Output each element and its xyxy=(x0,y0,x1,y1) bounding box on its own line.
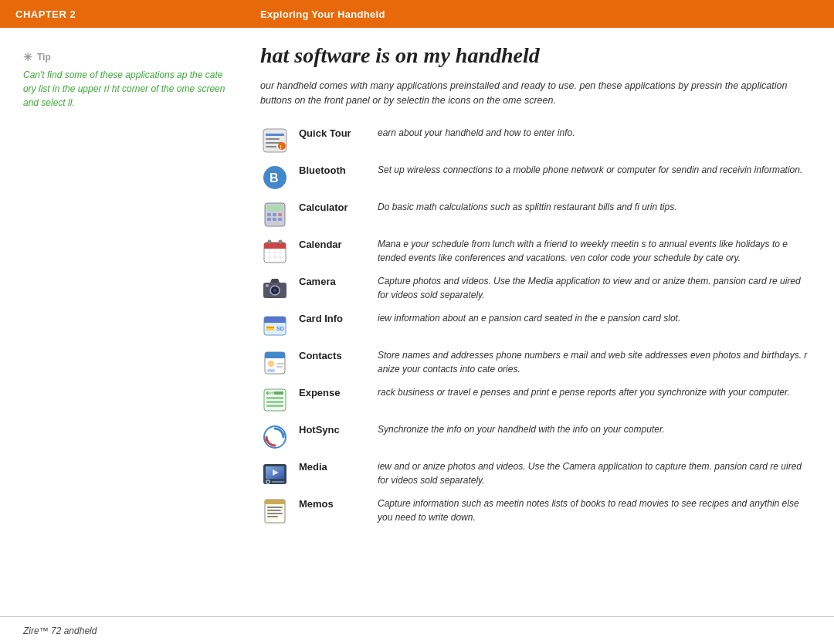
svg-rect-67 xyxy=(267,513,283,514)
app-item-memos: Memos Capture information such as meetin… xyxy=(260,497,811,526)
svg-rect-45 xyxy=(276,366,283,368)
app-item-contacts: Contacts Store names and addresses phone… xyxy=(260,348,811,378)
app-item-quicktour: ! Quick Tour earn about your handheld an… xyxy=(260,126,811,155)
page-title: hat software is on my handheld xyxy=(260,43,811,68)
svg-rect-43 xyxy=(267,369,275,372)
svg-text:B: B xyxy=(270,171,279,185)
app-item-hotsync: HotSync Synchronize the info on your han… xyxy=(260,422,811,452)
cardinfo-icon: SD xyxy=(260,311,290,341)
chapter-title: Exploring Your Handheld xyxy=(260,8,385,20)
svg-text:SD: SD xyxy=(276,326,284,331)
tip-header: ✳ Tip xyxy=(23,51,229,63)
app-item-cardinfo: SD Card Info iew information about an e … xyxy=(260,311,811,341)
app-desc-quicktour: earn about your handheld and how to ente… xyxy=(378,126,811,140)
svg-rect-44 xyxy=(276,363,284,364)
tip-body: Can't find some of these applications ap… xyxy=(23,68,229,110)
svg-rect-37 xyxy=(266,327,274,328)
app-desc-media: iew and or anize photos and videos. Use … xyxy=(378,459,811,487)
sidebar: ✳ Tip Can't find some of these applicati… xyxy=(0,43,245,616)
svg-text:$$$: $$$ xyxy=(268,391,275,395)
page-header: CHAPTER 2 Exploring Your Handheld xyxy=(0,0,834,28)
svg-point-25 xyxy=(268,239,272,243)
content-area: ✳ Tip Can't find some of these applicati… xyxy=(0,28,834,616)
svg-rect-35 xyxy=(264,320,286,323)
bluetooth-icon: B xyxy=(260,163,290,192)
quicktour-icon: ! xyxy=(260,126,290,155)
app-name-hotsync: HotSync xyxy=(299,422,368,436)
svg-point-42 xyxy=(268,361,274,367)
hotsync-icon xyxy=(260,422,290,452)
svg-text:!: ! xyxy=(280,144,282,149)
app-name-bluetooth: Bluetooth xyxy=(299,163,368,177)
app-desc-calendar: Mana e your schedule from lunch with a f… xyxy=(378,237,811,265)
app-name-expense: Expense xyxy=(299,385,368,399)
tip-label-text: Tip xyxy=(37,52,51,63)
svg-rect-65 xyxy=(267,507,283,508)
app-item-calculator: Calculator Do basic math calculations su… xyxy=(260,200,811,229)
svg-rect-2 xyxy=(266,138,280,140)
svg-rect-68 xyxy=(267,516,278,517)
calendar-icon xyxy=(260,237,290,266)
calculator-icon xyxy=(260,200,290,229)
app-desc-expense: rack business or travel e penses and pri… xyxy=(378,385,811,399)
intro-paragraph: our handheld comes with many application… xyxy=(260,79,811,109)
media-icon xyxy=(260,459,290,489)
svg-rect-50 xyxy=(266,405,283,407)
footer-text: Zire™ 72 andheld xyxy=(23,625,97,636)
svg-rect-16 xyxy=(278,218,282,221)
svg-point-5 xyxy=(278,142,286,150)
svg-rect-19 xyxy=(264,246,286,249)
app-item-calendar: Calendar Mana e your schedule from lunch… xyxy=(260,237,811,266)
svg-rect-66 xyxy=(267,510,281,511)
svg-point-32 xyxy=(266,284,269,287)
app-name-quicktour: Quick Tour xyxy=(299,126,368,140)
svg-rect-12 xyxy=(273,213,276,216)
app-desc-calculator: Do basic math calculations such as split… xyxy=(378,200,811,214)
tip-star-icon: ✳ xyxy=(23,51,32,63)
svg-point-60 xyxy=(267,480,270,483)
app-list: ! Quick Tour earn about your handheld an… xyxy=(260,126,811,526)
svg-point-31 xyxy=(273,288,277,292)
app-desc-cardinfo: iew information about an e pansion card … xyxy=(378,311,811,325)
chapter-label: CHAPTER 2 xyxy=(15,8,260,20)
svg-rect-15 xyxy=(273,218,276,221)
expense-icon: $$$ xyxy=(260,385,290,415)
app-name-calendar: Calendar xyxy=(299,237,368,251)
app-desc-contacts: Store names and addresses phone numbers … xyxy=(378,348,811,376)
svg-marker-28 xyxy=(270,279,280,283)
app-name-cardinfo: Card Info xyxy=(299,311,368,325)
page-footer: Zire™ 72 andheld xyxy=(0,616,834,644)
app-item-expense: $$$ Expense rack business or travel e pe… xyxy=(260,385,811,415)
svg-rect-14 xyxy=(267,218,271,221)
svg-point-26 xyxy=(279,239,283,243)
contacts-icon xyxy=(260,348,290,378)
svg-rect-41 xyxy=(265,356,285,358)
app-item-bluetooth: B Bluetooth Set up wireless connections … xyxy=(260,163,811,192)
app-desc-hotsync: Synchronize the info on your handheld wi… xyxy=(378,422,811,436)
svg-rect-3 xyxy=(266,142,281,144)
svg-rect-11 xyxy=(267,213,271,216)
svg-rect-61 xyxy=(272,481,284,483)
svg-rect-10 xyxy=(267,205,283,211)
app-name-media: Media xyxy=(299,459,368,473)
camera-icon xyxy=(260,274,290,303)
app-name-camera: Camera xyxy=(299,274,368,288)
app-desc-camera: Capture photos and videos. Use the Media… xyxy=(378,274,811,302)
svg-rect-4 xyxy=(266,146,276,147)
main-content: hat software is on my handheld our handh… xyxy=(245,43,834,616)
svg-rect-49 xyxy=(266,401,283,403)
app-name-memos: Memos xyxy=(299,497,368,510)
app-item-camera: Camera Capture photos and videos. Use th… xyxy=(260,274,811,303)
svg-rect-48 xyxy=(266,397,283,399)
app-item-media: Media iew and or anize photos and videos… xyxy=(260,459,811,489)
app-desc-bluetooth: Set up wireless connections to a mobile … xyxy=(378,163,811,177)
app-desc-memos: Capture information such as meetin notes… xyxy=(378,497,811,524)
app-name-contacts: Contacts xyxy=(299,348,368,362)
svg-rect-13 xyxy=(278,213,282,216)
app-name-calculator: Calculator xyxy=(299,200,368,214)
svg-rect-1 xyxy=(266,134,284,136)
memos-icon xyxy=(260,497,290,526)
